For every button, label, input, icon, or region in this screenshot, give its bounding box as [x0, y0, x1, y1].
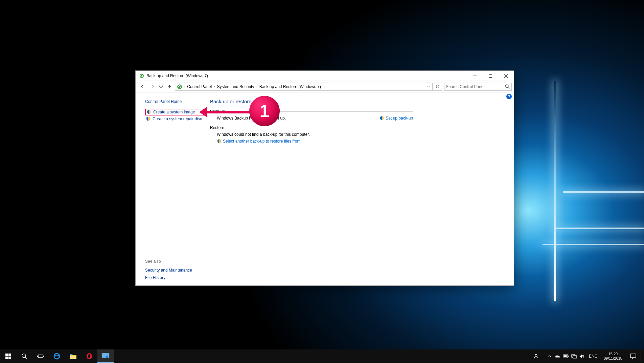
- language-indicator[interactable]: ENG: [586, 349, 600, 363]
- taskbar-app-file-explorer[interactable]: [65, 349, 81, 363]
- chevron-right-icon[interactable]: ›: [183, 85, 186, 88]
- backup-section-header: Back-up: [210, 109, 413, 114]
- breadcrumb-item[interactable]: Control Panel: [186, 83, 213, 90]
- start-button[interactable]: [0, 349, 16, 363]
- breadcrumb-item[interactable]: Back up and Restore (Windows 7): [258, 83, 322, 90]
- svg-rect-15: [37, 356, 38, 357]
- setup-backup-label: Set up back-up: [386, 116, 413, 121]
- address-dropdown-button[interactable]: [425, 83, 432, 90]
- backup-status-text: Windows Backup has not been set up.: [210, 116, 380, 121]
- shield-icon: [380, 116, 384, 121]
- sidebar-item-label: Create a system image: [153, 110, 195, 114]
- window-title: Back up and Restore (Windows 7): [146, 73, 208, 78]
- wallpaper-beam: [556, 228, 644, 229]
- svg-rect-30: [573, 355, 576, 358]
- divider: [228, 111, 413, 112]
- refresh-button[interactable]: [433, 83, 442, 91]
- create-system-image-link[interactable]: Create a system image: [145, 109, 205, 115]
- divider: [227, 128, 413, 128]
- back-button[interactable]: [138, 82, 147, 91]
- content-area: ? Control Panel Home Create a system ima…: [136, 92, 514, 285]
- taskbar-app-edge[interactable]: [49, 349, 65, 363]
- tray-overflow-button[interactable]: [546, 349, 554, 363]
- svg-rect-11: [8, 357, 11, 359]
- security-maintenance-link[interactable]: Security and Maintenance: [145, 268, 205, 273]
- main-panel: Back up or restore your files Back-up Wi…: [208, 92, 514, 285]
- select-another-backup-label: Select another back-up to restore files …: [223, 139, 300, 144]
- setup-backup-link[interactable]: Set up back-up: [380, 116, 413, 121]
- chevron-right-icon[interactable]: ›: [213, 85, 215, 88]
- backup-restore-icon: [139, 73, 144, 79]
- search-icon: [505, 84, 510, 89]
- show-desktop-button[interactable]: [641, 349, 643, 363]
- volume-icon[interactable]: [578, 349, 586, 363]
- shield-icon: [146, 116, 151, 121]
- select-another-backup-link[interactable]: Select another back-up to restore files …: [217, 139, 300, 144]
- shield-icon: [146, 110, 151, 114]
- file-history-link[interactable]: File History: [145, 275, 205, 280]
- action-center-button[interactable]: [626, 349, 641, 363]
- sidebar: Control Panel Home Create a system image…: [136, 92, 208, 285]
- onedrive-icon[interactable]: [554, 349, 562, 363]
- svg-rect-31: [630, 354, 636, 358]
- breadcrumb-item[interactable]: System and Security: [215, 83, 255, 90]
- control-panel-home-link[interactable]: Control Panel Home: [145, 99, 205, 104]
- restore-status-text: Windows could not find a back-up for thi…: [210, 132, 506, 137]
- backup-label: Back-up: [210, 109, 225, 114]
- battery-icon[interactable]: [562, 349, 570, 363]
- search-button[interactable]: [16, 349, 32, 363]
- wallpaper-beam: [554, 81, 556, 301]
- svg-rect-14: [38, 355, 43, 358]
- chevron-right-icon[interactable]: ›: [255, 85, 258, 88]
- svg-point-21: [88, 354, 91, 359]
- svg-line-13: [25, 357, 27, 359]
- search-input[interactable]: [446, 84, 505, 89]
- svg-point-24: [106, 356, 108, 358]
- see-also-heading: See also: [145, 259, 205, 264]
- maximize-button[interactable]: [483, 71, 498, 81]
- clock-time: 15:29: [608, 352, 618, 356]
- search-box[interactable]: [444, 83, 512, 91]
- address-bar[interactable]: › Control Panel › System and Security › …: [175, 83, 433, 91]
- backup-restore-icon: [177, 84, 183, 90]
- recent-locations-button[interactable]: [158, 82, 164, 91]
- people-button[interactable]: [532, 349, 540, 363]
- control-panel-window: Back up and Restore (Windows 7): [135, 70, 514, 286]
- restore-section-header: Restore: [210, 125, 413, 130]
- sidebar-item-label: Create a system repair disc: [153, 116, 202, 121]
- svg-point-5: [177, 84, 182, 89]
- svg-rect-27: [568, 356, 569, 357]
- svg-rect-18: [70, 356, 76, 359]
- forward-button[interactable]: [148, 82, 157, 91]
- network-icon[interactable]: [570, 349, 578, 363]
- restore-label: Restore: [210, 125, 224, 130]
- taskbar: ENG 15:29 09/11/2018: [0, 349, 644, 363]
- svg-point-25: [535, 354, 537, 356]
- svg-rect-19: [70, 354, 72, 355]
- taskbar-app-opera[interactable]: [81, 349, 97, 363]
- page-title: Back up or restore your files: [210, 99, 506, 104]
- svg-rect-8: [5, 354, 8, 356]
- svg-point-12: [22, 354, 26, 358]
- up-button[interactable]: [165, 82, 174, 91]
- nav-bar: › Control Panel › System and Security › …: [136, 81, 514, 92]
- task-view-button[interactable]: [32, 349, 49, 363]
- svg-rect-9: [8, 354, 11, 356]
- clock[interactable]: 15:29 09/11/2018: [600, 349, 626, 363]
- svg-rect-28: [564, 355, 567, 357]
- wallpaper-beam: [543, 244, 644, 245]
- clock-date: 09/11/2018: [604, 356, 622, 361]
- taskbar-app-control-panel[interactable]: [97, 349, 114, 363]
- titlebar: Back up and Restore (Windows 7): [136, 71, 514, 81]
- wallpaper-beam: [563, 191, 644, 193]
- minimize-button[interactable]: [467, 71, 483, 81]
- svg-point-0: [140, 74, 144, 78]
- create-repair-disc-link[interactable]: Create a system repair disc: [145, 115, 205, 122]
- svg-line-7: [508, 87, 509, 89]
- svg-rect-16: [43, 356, 44, 357]
- svg-rect-10: [5, 357, 8, 359]
- svg-rect-2: [489, 74, 492, 77]
- shield-icon: [217, 139, 222, 144]
- svg-point-6: [505, 85, 508, 88]
- close-button[interactable]: [498, 71, 514, 81]
